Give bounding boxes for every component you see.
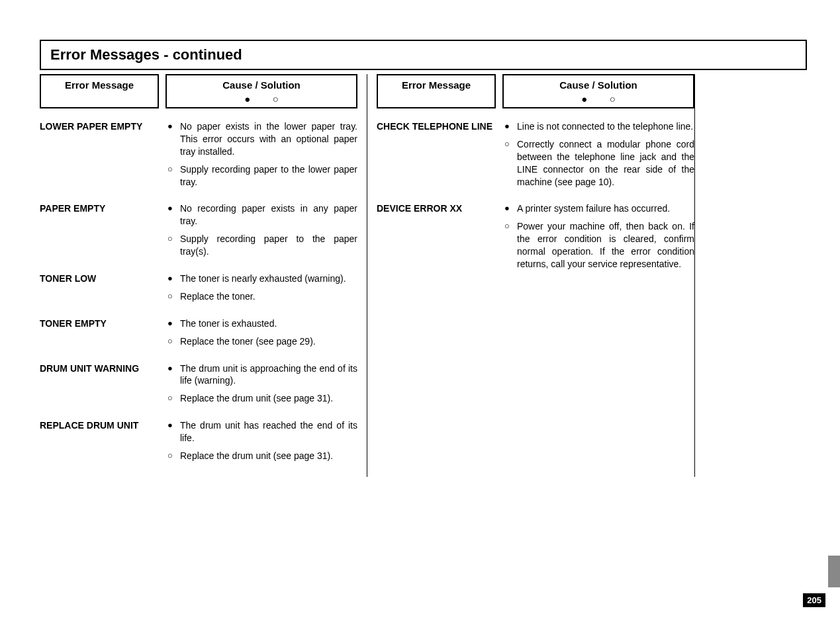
list-item: ●No recording paper exists in any paper … <box>165 202 357 228</box>
thumb-tab <box>828 556 840 587</box>
header-error-message-left: Error Message <box>40 74 159 108</box>
cause-cell: ●The toner is exhausted. ○Replace the to… <box>165 317 357 353</box>
error-message-cell: DRUM UNIT WARNING <box>40 362 159 411</box>
cause-cell: ●The drum unit is approaching the end of… <box>165 362 357 411</box>
bullet-open-icon: ○ <box>165 233 175 258</box>
right-column: Error Message Cause / Solution ● ○ CHECK… <box>367 74 695 477</box>
bullet-filled-icon: ● <box>165 419 175 444</box>
cause-cell: ●A printer system failure has occurred. … <box>502 202 694 275</box>
list-item: ○Replace the toner (see page 29). <box>165 335 357 348</box>
bullet-open-icon: ○ <box>502 220 512 271</box>
table-row: TONER EMPTY ●The toner is exhausted. ○Re… <box>40 317 357 353</box>
bullet-open-icon: ○ <box>165 290 175 303</box>
bullet-filled-icon: ● <box>502 202 512 215</box>
item-text: Replace the drum unit (see page 31). <box>180 392 357 405</box>
header-msg-label: Error Message <box>44 79 155 91</box>
cause-cell: ●No paper exists in the lower paper tray… <box>165 120 357 193</box>
bullet-filled-icon: ● <box>165 273 175 285</box>
columns: Error Message Cause / Solution ● ○ LOWER… <box>40 74 807 477</box>
item-text: The toner is exhausted. <box>180 317 357 330</box>
bullet-open-icon: ○ <box>165 163 175 189</box>
page-number: 205 <box>803 593 825 607</box>
header-cause-label: Cause / Solution <box>506 79 690 91</box>
list-item: ●The toner is nearly exhausted (warning)… <box>165 273 357 285</box>
item-text: A printer system failure has occurred. <box>517 202 694 215</box>
item-text: Replace the toner (see page 29). <box>180 335 357 348</box>
item-text: The toner is nearly exhausted (warning). <box>180 273 357 285</box>
table-row: REPLACE DRUM UNIT ●The drum unit has rea… <box>40 419 357 468</box>
bullet-open-icon: ○ <box>165 450 175 462</box>
error-message-cell: REPLACE DRUM UNIT <box>40 419 159 468</box>
section-title-box: Error Messages - continued <box>40 40 807 70</box>
error-message-cell: PAPER EMPTY <box>40 202 159 263</box>
table-row: CHECK TELEPHONE LINE ●Line is not connec… <box>377 120 694 193</box>
table-row: DEVICE ERROR XX ●A printer system failur… <box>377 202 694 275</box>
list-item: ○Supply recording paper to the paper tra… <box>165 233 357 258</box>
list-item: ○Replace the drum unit (see page 31). <box>165 392 357 405</box>
item-text: Power your machine off, then back on. If… <box>517 220 694 271</box>
section-title: Error Messages - continued <box>50 46 242 63</box>
legend-row-right: ● ○ <box>506 93 690 105</box>
bullet-filled-icon: ● <box>502 120 512 133</box>
item-text: Supply recording paper to the lower pape… <box>180 163 357 189</box>
list-item: ●The toner is exhausted. <box>165 317 357 330</box>
legend-row-left: ● ○ <box>169 93 353 105</box>
header-cause-right: Cause / Solution ● ○ <box>502 74 694 108</box>
header-cause-label: Cause / Solution <box>169 79 353 91</box>
error-message-cell: DEVICE ERROR XX <box>377 202 496 275</box>
cause-cell: ●The toner is nearly exhausted (warning)… <box>165 273 357 308</box>
table-row: PAPER EMPTY ●No recording paper exists i… <box>40 202 357 263</box>
header-error-message-right: Error Message <box>377 74 496 108</box>
legend-filled-icon: ● <box>581 93 587 105</box>
item-text: Replace the toner. <box>180 290 357 303</box>
legend-open-icon: ○ <box>610 93 616 105</box>
item-text: The drum unit has reached the end of its… <box>180 419 357 444</box>
legend-open-icon: ○ <box>273 93 279 105</box>
list-item: ○Replace the drum unit (see page 31). <box>165 450 357 462</box>
list-item: ○Correctly connect a modular phone cord … <box>502 138 694 189</box>
list-item: ○Replace the toner. <box>165 290 357 303</box>
error-message-cell: LOWER PAPER EMPTY <box>40 120 159 193</box>
bullet-filled-icon: ● <box>165 202 175 228</box>
item-text: No recording paper exists in any paper t… <box>180 202 357 228</box>
list-item: ●A printer system failure has occurred. <box>502 202 694 215</box>
table-row: LOWER PAPER EMPTY ●No paper exists in th… <box>40 120 357 193</box>
header-msg-label: Error Message <box>381 79 492 91</box>
item-text: No paper exists in the lower paper tray.… <box>180 120 357 158</box>
bullet-filled-icon: ● <box>165 317 175 330</box>
bullet-filled-icon: ● <box>165 120 175 158</box>
bullet-open-icon: ○ <box>502 138 512 189</box>
legend-filled-icon: ● <box>244 93 250 105</box>
list-item: ●No paper exists in the lower paper tray… <box>165 120 357 158</box>
header-row-left: Error Message Cause / Solution ● ○ <box>40 74 357 108</box>
list-item: ●The drum unit is approaching the end of… <box>165 362 357 388</box>
header-row-right: Error Message Cause / Solution ● ○ <box>377 74 694 108</box>
list-item: ●Line is not connected to the telephone … <box>502 120 694 133</box>
table-row: TONER LOW ●The toner is nearly exhausted… <box>40 273 357 308</box>
error-message-cell: TONER LOW <box>40 273 159 308</box>
bullet-open-icon: ○ <box>165 392 175 405</box>
item-text: Supply recording paper to the paper tray… <box>180 233 357 258</box>
item-text: The drum unit is approaching the end of … <box>180 362 357 388</box>
list-item: ○Supply recording paper to the lower pap… <box>165 163 357 189</box>
table-row: DRUM UNIT WARNING ●The drum unit is appr… <box>40 362 357 411</box>
error-message-cell: CHECK TELEPHONE LINE <box>377 120 496 193</box>
item-text: Replace the drum unit (see page 31). <box>180 450 357 462</box>
item-text: Line is not connected to the telephone l… <box>517 120 694 133</box>
list-item: ●The drum unit has reached the end of it… <box>165 419 357 444</box>
cause-cell: ●Line is not connected to the telephone … <box>502 120 694 193</box>
item-text: Correctly connect a modular phone cord b… <box>517 138 694 189</box>
cause-cell: ●No recording paper exists in any paper … <box>165 202 357 263</box>
left-column: Error Message Cause / Solution ● ○ LOWER… <box>40 74 367 477</box>
error-message-cell: TONER EMPTY <box>40 317 159 353</box>
cause-cell: ●The drum unit has reached the end of it… <box>165 419 357 468</box>
bullet-open-icon: ○ <box>165 335 175 348</box>
bullet-filled-icon: ● <box>165 362 175 388</box>
header-cause-left: Cause / Solution ● ○ <box>165 74 357 108</box>
list-item: ○Power your machine off, then back on. I… <box>502 220 694 271</box>
